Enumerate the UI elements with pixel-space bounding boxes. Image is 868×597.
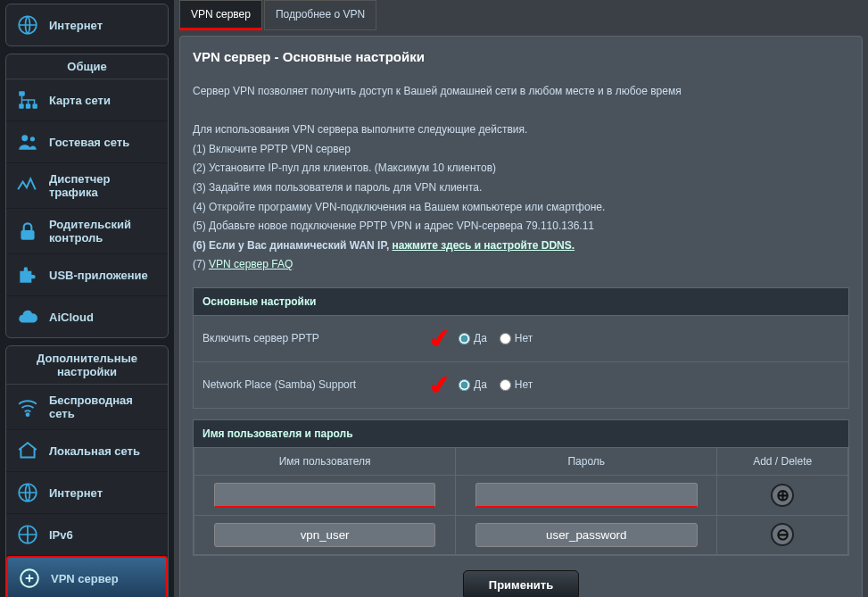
radio-group-pptp: Да Нет: [459, 332, 533, 344]
add-button[interactable]: ⊕: [771, 484, 794, 507]
step-6: (6) Если у Вас динамический WAN IP, нажм…: [193, 236, 849, 256]
intro-line: Сервер VPN позволяет получить доступ к В…: [193, 82, 849, 102]
svg-point-6: [30, 137, 35, 141]
step-5: (5) Добавьте новое подключение PPTP VPN …: [193, 217, 849, 236]
sidebar-item-label: Беспроводная сеть: [49, 394, 159, 420]
step-4: (4) Откройте программу VPN-подключения н…: [193, 198, 849, 218]
tab-vpn-details[interactable]: Подробнее о VPN: [264, 0, 376, 30]
sidebar-item-label: AiCloud: [49, 311, 159, 324]
sidebar-item-label: Карта сети: [49, 94, 159, 107]
col-user: Имя пользователя: [194, 447, 456, 475]
ipv6-icon: [15, 523, 40, 546]
sidebar-item-guest-network[interactable]: Гостевая сеть: [6, 121, 168, 163]
credentials-table: Имя пользователя Пароль Add / Delete ⊕ ⊖: [194, 447, 848, 555]
table-header-row: Имя пользователя Пароль Add / Delete: [194, 447, 848, 475]
sidebar-item-label: Диспетчер трафика: [49, 172, 159, 199]
sidebar-item-label: Родительский контроль: [49, 218, 159, 245]
svg-rect-1: [19, 91, 25, 95]
steps-prefix: Для использования VPN сервера выполните …: [193, 120, 849, 140]
svg-rect-2: [19, 104, 23, 108]
sidebar-item-internet[interactable]: Интернет: [6, 472, 168, 514]
step-2: (2) Установите IP-пул для клиентов. (Мак…: [193, 159, 849, 178]
row-enable-pptp: Включить сервер PPTP ✔ Да Нет: [194, 315, 848, 361]
checkmark-icon: ✔: [426, 369, 454, 402]
label-samba: Network Place (Samba) Support: [203, 378, 430, 391]
network-icon: [15, 88, 40, 112]
sidebar-item-label: Локальная сеть: [49, 444, 159, 458]
sidebar-item-traffic-manager[interactable]: Диспетчер трафика: [6, 163, 168, 209]
cloud-icon: [15, 305, 40, 328]
wifi-icon: [15, 395, 40, 419]
sidebar: Интернет Общие Карта сети Гостевая сеть: [0, 0, 174, 597]
sidebar-item-label: VPN сервер: [51, 572, 157, 585]
credentials-section: Имя пользователя и пароль Имя пользовате…: [193, 419, 849, 556]
svg-rect-3: [26, 104, 30, 108]
sidebar-item-parental-control[interactable]: Родительский контроль: [6, 209, 168, 254]
vpn-icon: [17, 567, 42, 590]
svg-point-8: [27, 413, 29, 416]
section-header-cred: Имя пользователя и пароль: [194, 420, 848, 447]
table-row: ⊕: [194, 475, 848, 515]
panel-title: VPN сервер - Основные настройки: [193, 49, 849, 64]
sidebar-item-label: Интернет: [49, 486, 159, 500]
faq-link[interactable]: VPN сервер FAQ: [209, 258, 293, 270]
svg-rect-7: [21, 230, 34, 240]
delete-button[interactable]: ⊖: [771, 523, 794, 546]
sidebar-item-lan[interactable]: Локальная сеть: [6, 430, 168, 472]
table-row: ⊖: [194, 515, 848, 554]
sidebar-item-label: Гостевая сеть: [49, 136, 159, 149]
tab-vpn-server[interactable]: VPN сервер: [179, 0, 262, 30]
section-header-basic: Основные настройки: [194, 288, 848, 315]
apply-button[interactable]: Применить: [463, 570, 579, 597]
radio-samba-no[interactable]: Нет: [500, 378, 533, 391]
sidebar-group-header-advanced: Дополнительные настройки: [6, 346, 168, 385]
sidebar-item-label: Интернет: [49, 19, 159, 32]
checkmark-icon: ✔: [426, 323, 454, 355]
guest-icon: [15, 130, 40, 153]
username-display[interactable]: [214, 523, 436, 547]
sidebar-item-aicloud[interactable]: AiCloud: [6, 296, 168, 337]
row-samba: Network Place (Samba) Support ✔ Да Нет: [194, 361, 848, 408]
sidebar-group-header-general: Общие: [6, 54, 168, 79]
password-display[interactable]: [475, 523, 698, 547]
content: VPN сервер Подробнее о VPN VPN сервер - …: [174, 0, 868, 597]
globe-icon: [15, 13, 40, 37]
sidebar-item-wireless[interactable]: Беспроводная сеть: [6, 385, 168, 430]
sidebar-item-internet-top[interactable]: Интернет: [6, 4, 168, 46]
sidebar-item-label: IPv6: [49, 528, 159, 542]
step-7: (7) VPN сервер FAQ: [193, 255, 849, 275]
ddns-link[interactable]: нажмите здесь и настройте DDNS.: [393, 239, 575, 252]
radio-pptp-no[interactable]: Нет: [500, 332, 533, 344]
label-enable-pptp: Включить сервер PPTP: [203, 332, 430, 344]
intro-text: Сервер VPN позволяет получить доступ к В…: [193, 82, 849, 275]
step-3: (3) Задайте имя пользователя и пароль дл…: [193, 178, 849, 198]
home-icon: [15, 439, 40, 462]
password-input[interactable]: [475, 483, 698, 508]
settings-panel: VPN сервер - Основные настройки Сервер V…: [179, 36, 863, 597]
sidebar-item-usb-app[interactable]: USB-приложение: [6, 254, 168, 296]
svg-rect-4: [32, 104, 37, 108]
username-input[interactable]: [214, 483, 436, 508]
lock-icon: [15, 220, 40, 243]
basic-settings-section: Основные настройки Включить сервер PPTP …: [193, 287, 849, 409]
tabs: VPN сервер Подробнее о VPN: [179, 0, 863, 30]
globe-icon: [15, 481, 40, 504]
traffic-icon: [15, 174, 40, 197]
apply-wrap: Применить: [193, 570, 849, 597]
sidebar-item-vpn-server[interactable]: VPN сервер: [6, 556, 168, 597]
col-pass: Пароль: [456, 447, 717, 475]
col-action: Add / Delete: [717, 447, 848, 475]
sidebar-item-ipv6[interactable]: IPv6: [6, 514, 168, 556]
radio-pptp-yes[interactable]: Да: [459, 332, 487, 344]
puzzle-icon: [15, 263, 40, 286]
sidebar-item-network-map[interactable]: Карта сети: [6, 79, 168, 121]
sidebar-item-label: USB-приложение: [49, 269, 159, 282]
svg-point-5: [21, 135, 28, 141]
radio-samba-yes[interactable]: Да: [459, 378, 487, 391]
radio-group-samba: Да Нет: [459, 378, 533, 391]
step-1: (1) Включите PPTP VPN сервер: [193, 140, 849, 160]
